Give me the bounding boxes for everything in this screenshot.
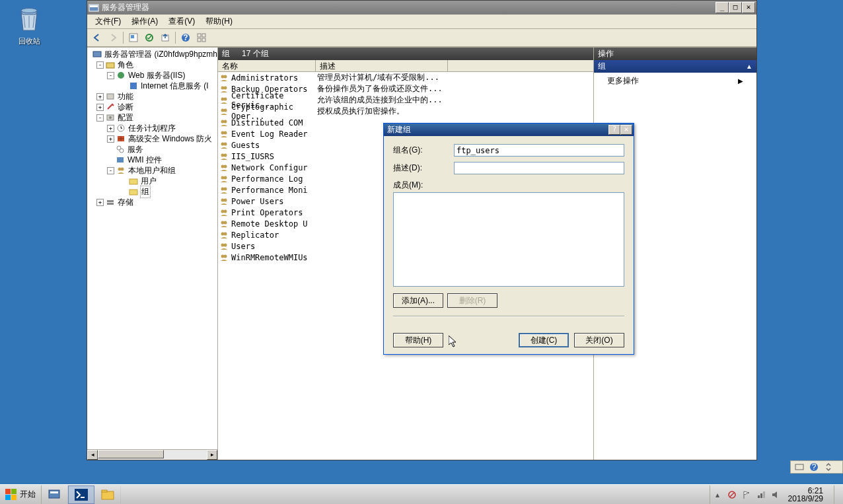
list-row-name: IIS_IUSRS xyxy=(231,152,317,161)
col-desc[interactable]: 描述 xyxy=(316,60,448,71)
menu-view[interactable]: 查看(V) xyxy=(163,15,200,28)
create-button[interactable]: 创建(C) xyxy=(519,333,569,347)
tree-firewall[interactable]: +高级安全 Windows 防火 xyxy=(87,133,217,144)
tree-services[interactable]: 服务 xyxy=(87,144,217,155)
actions-more[interactable]: 更多操作 ▶ xyxy=(594,73,756,89)
list-row[interactable]: Administrators管理员对计算机/域有不受限制... xyxy=(218,72,593,83)
expand-icon[interactable]: + xyxy=(96,199,104,206)
tray-flag-icon[interactable] xyxy=(742,490,751,499)
close-button[interactable]: 关闭(O) xyxy=(574,333,624,347)
tree-root[interactable]: 服务器管理器 (iZ0hfdwp9hpzmh xyxy=(87,49,217,59)
tray-help-icon[interactable]: ? xyxy=(809,462,819,472)
svg-rect-26 xyxy=(117,157,124,162)
forward-button xyxy=(106,30,120,45)
svg-rect-30 xyxy=(129,190,137,195)
dialog-close-button[interactable]: ✕ xyxy=(620,125,632,135)
svg-rect-12 xyxy=(202,38,205,42)
start-button[interactable]: 开始 xyxy=(0,486,42,504)
svg-rect-74 xyxy=(49,490,59,498)
members-list[interactable] xyxy=(393,192,624,287)
menu-help[interactable]: 帮助(H) xyxy=(200,15,238,28)
menu-action[interactable]: 操作(A) xyxy=(126,15,163,28)
list-row-desc: 管理员对计算机/域有不受限制... xyxy=(317,72,439,83)
tray-volume-icon[interactable] xyxy=(771,490,780,499)
add-button[interactable]: 添加(A)... xyxy=(393,293,443,308)
desc-input[interactable] xyxy=(454,162,624,174)
close-button[interactable]: ✕ xyxy=(742,2,755,13)
titlebar[interactable]: 服务器管理器 _ □ ✕ xyxy=(87,1,756,15)
group-icon xyxy=(219,129,230,139)
svg-point-15 xyxy=(118,72,124,79)
recycle-bin[interactable]: 回收站 xyxy=(13,5,45,46)
task-explorer[interactable] xyxy=(94,486,121,504)
tree-iis-sub[interactable]: Internet 信息服务 (I xyxy=(87,81,217,91)
tree-features[interactable]: +功能 xyxy=(87,91,217,102)
collapse-icon[interactable]: - xyxy=(107,167,114,174)
group-name-input[interactable] xyxy=(454,144,624,157)
task-server-manager[interactable] xyxy=(42,486,68,504)
task-powershell[interactable] xyxy=(68,486,94,504)
help-button[interactable]: ? xyxy=(178,30,193,45)
taskbar-clock[interactable]: 6:21 2018/9/29 xyxy=(786,487,826,503)
svg-point-52 xyxy=(224,176,227,179)
remove-button: 删除(R) xyxy=(447,293,497,308)
add-button[interactable] xyxy=(126,30,141,45)
tray-action-icon[interactable] xyxy=(727,490,737,499)
col-name[interactable]: 名称 xyxy=(218,60,316,71)
back-button[interactable] xyxy=(90,30,104,45)
dialog-help-button[interactable]: ? xyxy=(608,125,620,135)
collapse-icon[interactable]: - xyxy=(96,114,104,122)
tray-icon[interactable] xyxy=(795,462,804,472)
list-row-desc: 备份操作员为了备份或还原文件... xyxy=(317,83,443,94)
group-icon xyxy=(219,231,230,240)
svg-rect-73 xyxy=(11,495,17,500)
actions-group-header[interactable]: 组 ▲ xyxy=(594,60,756,73)
filter-button[interactable] xyxy=(142,30,157,45)
tree-storage[interactable]: +存储 xyxy=(87,197,217,207)
svg-rect-16 xyxy=(130,83,137,89)
scroll-right-button[interactable]: ▸ xyxy=(207,450,217,460)
svg-rect-77 xyxy=(102,491,114,499)
expand-icon[interactable]: + xyxy=(107,125,114,132)
collapse-icon[interactable]: - xyxy=(107,72,114,79)
scroll-left-button[interactable]: ◂ xyxy=(87,450,98,460)
tree-config[interactable]: -配置 xyxy=(87,112,217,123)
tree-localug[interactable]: -本地用户和组 xyxy=(87,165,217,176)
group-icon xyxy=(219,208,230,217)
minimize-button[interactable]: _ xyxy=(715,2,729,13)
group-icon xyxy=(219,253,230,262)
tree-wmi[interactable]: WMI 控件 xyxy=(87,155,217,165)
svg-point-44 xyxy=(224,131,227,134)
expand-icon[interactable]: + xyxy=(96,104,104,111)
tray-arrow-icon[interactable]: ▴ xyxy=(713,490,722,499)
tree-roles[interactable]: -角色 xyxy=(87,59,217,70)
show-desktop-button[interactable] xyxy=(834,486,840,504)
tree-scrollbar[interactable]: ◂ ▸ xyxy=(87,449,217,460)
tree-users[interactable]: 用户 xyxy=(87,176,217,186)
list-row-name: Performance Moni xyxy=(231,186,317,195)
center-heading: 组 xyxy=(222,48,230,59)
collapse-icon[interactable]: - xyxy=(96,61,104,69)
tray-updown-icon[interactable] xyxy=(824,462,833,472)
tree-diag[interactable]: +诊断 xyxy=(87,102,217,112)
group-icon xyxy=(219,107,230,116)
expand-icon[interactable]: + xyxy=(107,135,114,143)
list-row-name: Administrators xyxy=(231,73,317,83)
list-row-name: Guests xyxy=(231,141,317,150)
view-button[interactable] xyxy=(194,30,209,45)
tree-groups-selected[interactable]: 组 xyxy=(87,186,217,197)
export-button[interactable] xyxy=(158,30,172,45)
maximize-button[interactable]: □ xyxy=(729,2,742,13)
menu-file[interactable]: 文件(F) xyxy=(90,15,126,28)
group-icon xyxy=(219,152,230,161)
dialog-titlebar[interactable]: 新建组 ? ✕ xyxy=(384,124,634,136)
tree-task[interactable]: +任务计划程序 xyxy=(87,123,217,133)
svg-point-54 xyxy=(224,187,227,190)
svg-point-19 xyxy=(109,116,112,119)
svg-rect-67 xyxy=(795,464,803,470)
list-row[interactable]: Cryptographic Oper...授权成员执行加密操作。 xyxy=(218,106,593,117)
help-button[interactable]: 帮助(H) xyxy=(393,333,443,347)
tree-iis[interactable]: -Web 服务器(IIS) xyxy=(87,70,217,81)
expand-icon[interactable]: + xyxy=(96,93,104,100)
tray-network-icon[interactable] xyxy=(756,490,766,499)
